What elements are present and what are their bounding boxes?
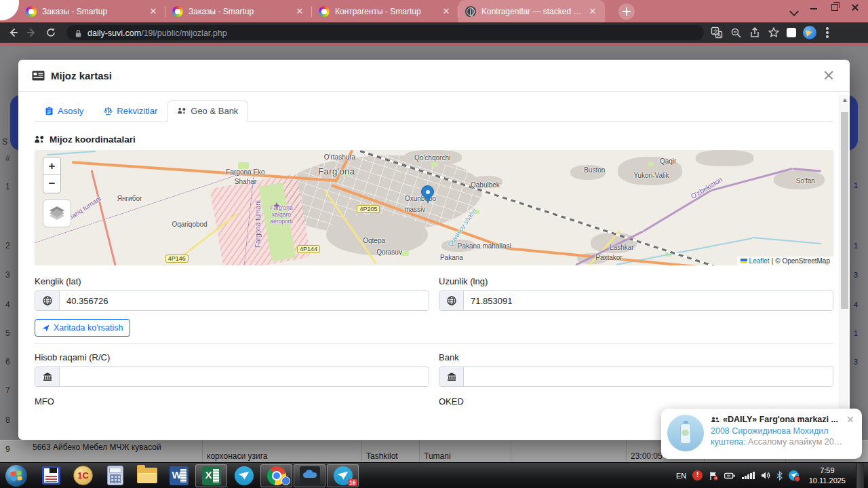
leaflet-link[interactable]: Leaflet: [749, 257, 770, 265]
tab-close-icon[interactable]: ✕: [587, 6, 598, 17]
action-center-flag-icon[interactable]: [709, 471, 718, 481]
tab-search-chevron-icon[interactable]: [788, 5, 800, 18]
window-close-button[interactable]: [845, 1, 865, 13]
section-title-coordinates: Mijoz koordinatalari: [35, 134, 833, 145]
background-text-fragment: 4: [5, 300, 10, 309]
notification-sender: 2008 Сирожидинова Мохидил: [711, 426, 855, 436]
taskbar-chrome-icon[interactable]: [260, 464, 292, 487]
map-layers-control[interactable]: [43, 199, 71, 227]
modal-tab-asosiy[interactable]: Asosiy: [35, 100, 94, 122]
new-tab-button[interactable]: [618, 3, 635, 20]
map-waterway: [47, 151, 96, 155]
background-table-cell: 23:00:05: [631, 451, 663, 461]
tab-close-icon[interactable]: ✕: [148, 6, 159, 17]
taskbar-telegram-icon[interactable]: [228, 463, 260, 488]
network-signal-icon[interactable]: [742, 472, 755, 479]
extension-icon[interactable]: [787, 28, 796, 37]
modal-tab-bar: AsosiyRekvizitlarGeo & Bank: [35, 100, 833, 122]
taskbar-clock[interactable]: 7:59 10.11.2025: [805, 466, 850, 485]
secure-lock-icon[interactable]: [75, 29, 82, 37]
scrollbar-thumb[interactable]: [841, 112, 848, 309]
browser-tab[interactable]: Заказы - Smartup✕: [19, 0, 165, 22]
account-input[interactable]: [60, 367, 429, 386]
map-road-red: [91, 170, 117, 265]
back-button[interactable]: [7, 26, 19, 39]
map-label: Buston: [584, 166, 605, 173]
forward-button[interactable]: [26, 26, 38, 39]
map-label: 4P146: [165, 255, 189, 263]
notification-close-icon[interactable]: [846, 415, 855, 424]
show-desktop-button[interactable]: [856, 463, 864, 488]
lng-input[interactable]: [464, 291, 833, 310]
taskbar-excel-icon[interactable]: X: [195, 464, 227, 487]
lng-label: Uzunlik (lng): [439, 276, 833, 286]
alert-tray-icon[interactable]: !: [692, 470, 703, 481]
id-card-icon: [32, 71, 45, 81]
volume-icon[interactable]: [761, 471, 770, 480]
taskbar-word-icon[interactable]: W: [163, 463, 195, 488]
browser-tab-strip: Заказы - Smartup✕Заказы - Smartup✕Контра…: [0, 0, 868, 22]
tab-close-icon[interactable]: ✕: [441, 6, 452, 17]
power-plug-icon[interactable]: [724, 472, 736, 480]
bookmark-star-icon[interactable]: [768, 26, 780, 39]
modal-header: Mijoz kartasi: [18, 60, 850, 92]
lat-input[interactable]: [60, 291, 429, 310]
language-indicator[interactable]: EN: [676, 472, 686, 480]
browser-tab[interactable]: Kontragentlar — stacked modal✕: [458, 0, 605, 22]
translate-icon[interactable]: 文A: [711, 26, 723, 39]
telegram-tray-icon[interactable]: [789, 470, 799, 481]
taskbar-file-manager-icon[interactable]: [131, 463, 163, 488]
taskbar-cloud-app-icon[interactable]: [294, 464, 326, 487]
map-zoom-out-button[interactable]: −: [43, 175, 60, 193]
share-icon[interactable]: [749, 26, 761, 39]
lat-input-group: [35, 290, 429, 311]
svg-text:A: A: [717, 32, 721, 38]
background-text-fragment: 3: [854, 358, 858, 366]
profile-avatar[interactable]: [803, 26, 816, 39]
window-restore-button[interactable]: [825, 1, 845, 13]
map-label: O'rtashura: [324, 153, 355, 161]
modal-close-icon[interactable]: [821, 68, 836, 83]
url-host: daily-suvi.com: [87, 29, 141, 38]
browser-tab[interactable]: Контрагенты - Smartup✕: [312, 0, 458, 22]
bank-input[interactable]: [464, 367, 833, 386]
scrollbar-up-arrow[interactable]: [840, 95, 849, 105]
map-label: Fargona Eko: [226, 168, 264, 176]
modal-tab-label: Rekvizitlar: [117, 106, 157, 116]
background-text-fragment: 6: [5, 357, 10, 367]
taskbar-telegram2-icon[interactable]: 16: [327, 464, 359, 487]
notification-avatar: [667, 415, 704, 451]
browser-tab[interactable]: Заказы - Smartup✕: [165, 0, 312, 22]
browser-menu-icon[interactable]: [826, 26, 829, 39]
windows-taskbar: 1С W X 16 EN ! 7:59 10.11.2025: [0, 462, 868, 488]
water-bottle-image: [680, 424, 691, 444]
start-button[interactable]: [5, 465, 27, 487]
attribution-separator: |: [772, 257, 774, 265]
taskbar-calculator-icon[interactable]: [99, 463, 131, 488]
map-marker-pin[interactable]: [421, 185, 435, 206]
modal-tab-geo-bank[interactable]: Geo & Bank: [167, 100, 248, 122]
taskbar-save-icon[interactable]: [35, 463, 67, 488]
notification-title: «DAILY» Farg'ona markazi ...: [723, 415, 842, 424]
show-on-map-button[interactable]: Xaritada ko'rsatish: [35, 319, 130, 337]
taskbar-1c-icon[interactable]: 1С: [67, 463, 99, 488]
map-zoom-control: + −: [43, 157, 61, 193]
navigation-arrow-icon: [42, 324, 50, 332]
map-label: Pakana mahallasi: [458, 242, 511, 250]
map-label: Farg'ona: [318, 166, 355, 176]
telegram-notification-popup[interactable]: «DAILY» Farg'ona markazi ... 2008 Сирожи…: [661, 409, 862, 459]
background-text-fragment: 8: [5, 415, 10, 425]
address-bar[interactable]: daily-suvi.com/19l/public/mijozlar.php: [66, 25, 704, 40]
osm-link[interactable]: © OpenStreetMap: [775, 257, 830, 265]
reload-button[interactable]: [45, 26, 57, 39]
background-text-fragment: 2: [5, 241, 10, 250]
modal-tab-rekvizitlar[interactable]: Rekvizitlar: [94, 100, 167, 122]
modal-scrollbar[interactable]: [840, 95, 848, 415]
tab-close-icon[interactable]: ✕: [294, 6, 305, 17]
window-minimize-button[interactable]: [804, 1, 825, 13]
zoom-out-page-icon[interactable]: [730, 26, 742, 39]
map-label: 4P205: [357, 205, 380, 213]
map-zoom-in-button[interactable]: +: [43, 157, 60, 175]
leaflet-map[interactable]: O'rtashuraQo'chqorchiFarg'onaQabulbekBus…: [35, 150, 833, 265]
bluetooth-icon[interactable]: [776, 471, 783, 481]
